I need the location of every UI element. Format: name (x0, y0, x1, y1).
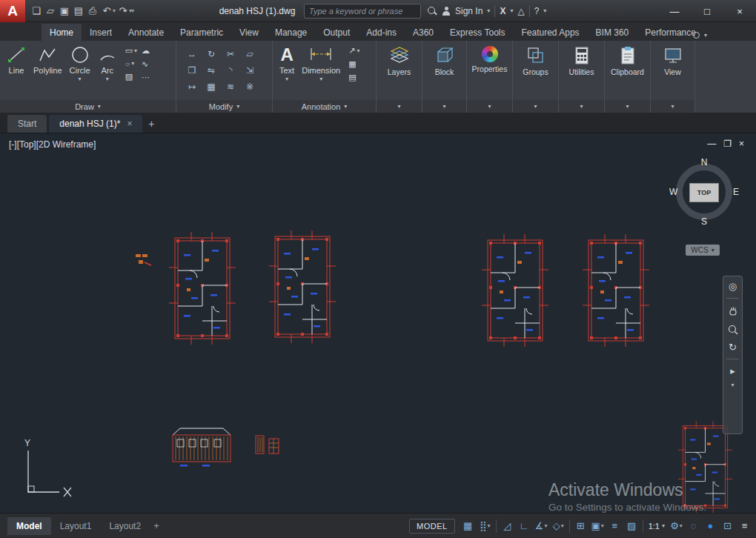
explode-button[interactable]: ※ (240, 79, 259, 95)
stretch-button[interactable]: ↦ (182, 79, 202, 95)
annotation-panel-title[interactable]: Annotation ▾ (273, 100, 376, 113)
settings-gear-button[interactable]: ⚙▾ (669, 517, 684, 535)
hatch-button[interactable]: ▨ (125, 72, 137, 82)
trim-button[interactable]: ✂ (221, 46, 240, 62)
redo-button[interactable]: ↷ (116, 3, 130, 19)
sign-in-button[interactable]: Sign In (455, 6, 483, 16)
arc-button[interactable]: Arc ▾ (94, 44, 121, 83)
leader-button[interactable]: ↗▾ (348, 46, 359, 56)
minimize-button[interactable]: — (658, 0, 691, 22)
groups-panel-expand[interactable]: ▾ (513, 100, 558, 113)
viewport-restore-icon[interactable]: ❐ (723, 139, 732, 149)
zoom-icon[interactable] (727, 324, 739, 336)
drawing-canvas[interactable]: Y [-][Top][2D Wireframe] — ❐ × N W E S T… (0, 133, 756, 513)
snap-toggle[interactable]: ⣿▾ (477, 517, 493, 535)
tab-express-tools[interactable]: Express Tools (442, 24, 513, 41)
autotrack-toggle[interactable]: ⊞ (573, 517, 588, 535)
undo-dropdown-icon[interactable]: ▾ (113, 7, 116, 14)
tab-manage[interactable]: Manage (267, 24, 315, 41)
tab-home[interactable]: Home (42, 24, 82, 41)
tab-output[interactable]: Output (315, 24, 358, 41)
full-navigation-wheel-icon[interactable]: ◎ (729, 282, 737, 291)
new-file-button[interactable]: ❏ (30, 3, 43, 19)
layers-button[interactable]: Layers (379, 44, 419, 76)
isolate-objects-button[interactable]: ◌ (686, 517, 701, 535)
file-tab-drawing[interactable]: denah HSJ (1)* × (49, 115, 142, 133)
rectangle-button[interactable]: ▭▾ (125, 46, 137, 56)
qat-customize-dropdown-icon[interactable]: ▾ (131, 7, 134, 14)
alert-icon[interactable]: △ (517, 6, 524, 16)
mirror-button[interactable]: ⇋ (202, 62, 221, 79)
arc-dropdown-icon[interactable]: ▾ (106, 76, 109, 82)
table-button[interactable]: ▦ (348, 59, 359, 69)
circle-button[interactable]: Circle ▾ (66, 44, 94, 83)
groups-button[interactable]: Groups (516, 44, 555, 76)
utilities-panel-expand[interactable]: ▾ (559, 100, 604, 113)
model-space-toggle[interactable]: MODEL (409, 519, 455, 534)
undo-button[interactable]: ↶ (100, 3, 113, 19)
viewport-minimize-icon[interactable]: — (707, 139, 716, 149)
model-tab[interactable]: Model (7, 517, 51, 535)
polar-tracking-toggle[interactable]: ∡▾ (534, 517, 549, 535)
tab-bim360[interactable]: BIM 360 (588, 24, 637, 41)
text-dropdown-icon[interactable]: ▾ (285, 76, 288, 82)
clipboard-button[interactable]: Clipboard (608, 44, 647, 76)
tab-view[interactable]: View (231, 24, 267, 41)
open-file-button[interactable]: ▱ (44, 3, 57, 19)
revision-cloud-button[interactable]: ☁ (142, 46, 150, 56)
tab-insert[interactable]: Insert (82, 24, 120, 41)
graphics-performance-button[interactable]: ● (703, 517, 718, 535)
wcs-menu-button[interactable]: WCS ▾ (686, 245, 720, 256)
tab-featured-apps[interactable]: Featured Apps (514, 24, 588, 41)
layout2-tab[interactable]: Layout2 (100, 517, 150, 535)
view-button[interactable]: View (654, 44, 692, 76)
viewcube-east[interactable]: E (733, 187, 739, 197)
plot-button[interactable]: ⎙ (86, 3, 99, 19)
customization-menu-button[interactable]: ≡ (737, 517, 752, 535)
block-button[interactable]: Block (425, 44, 463, 76)
spline-button[interactable]: ∿ (142, 59, 150, 69)
transparency-toggle[interactable]: ▨ (624, 517, 640, 535)
line-button[interactable]: Line (3, 44, 30, 76)
tab-addins[interactable]: Add-ins (358, 24, 405, 41)
help-dropdown-icon[interactable]: ▾ (543, 8, 546, 14)
new-drawing-tab-button[interactable]: + (145, 117, 158, 130)
dimension-dropdown-icon[interactable]: ▾ (319, 76, 322, 82)
properties-panel-expand[interactable]: ▾ (467, 100, 512, 113)
exchange-dropdown-icon[interactable]: ▾ (510, 8, 513, 14)
dimension-button[interactable]: Dimension ▾ (298, 44, 344, 83)
clean-screen-button[interactable]: ⊡ (720, 517, 735, 535)
point-button[interactable]: ⋯ (142, 73, 150, 82)
search-icon[interactable] (427, 6, 437, 16)
exchange-apps-icon[interactable]: X (500, 6, 505, 16)
view-panel-expand[interactable]: ▾ (651, 100, 694, 113)
text-style-button[interactable]: ▤ (348, 73, 359, 82)
block-panel-expand[interactable]: ▾ (422, 100, 466, 113)
orbit-icon[interactable]: ↻ (729, 342, 737, 352)
layout1-tab[interactable]: Layout1 (51, 517, 101, 535)
close-button[interactable]: × (723, 0, 756, 22)
file-tab-start[interactable]: Start (7, 115, 47, 133)
erase-button[interactable]: ▱ (240, 46, 259, 62)
new-layout-button[interactable]: + (150, 520, 163, 531)
utilities-button[interactable]: Utilities (562, 44, 601, 76)
tab-annotate[interactable]: Annotate (120, 24, 172, 41)
isometric-drafting-toggle[interactable]: ◇▾ (551, 517, 566, 535)
help-button[interactable]: ? (534, 6, 540, 16)
text-button[interactable]: A Text ▾ (276, 44, 298, 83)
viewport-close-icon[interactable]: × (739, 139, 744, 149)
fillet-button[interactable]: ◝ (221, 62, 240, 79)
properties-button[interactable]: Properties (470, 44, 509, 73)
save-button[interactable]: ▣ (58, 3, 71, 19)
infer-constraints-toggle[interactable]: ◿ (500, 517, 515, 535)
draw-panel-title[interactable]: Draw ▾ (0, 100, 176, 113)
viewcube-north[interactable]: N (669, 157, 739, 167)
polyline-button[interactable]: Polyline (30, 44, 66, 76)
navbar-dropdown-icon[interactable]: ▾ (731, 382, 734, 388)
viewcube-top-face[interactable]: TOP (689, 183, 719, 202)
ellipse-button[interactable]: ○▾ (125, 59, 137, 68)
grid-toggle[interactable]: ▦ (460, 517, 476, 535)
drawing-tab-close-icon[interactable]: × (127, 119, 132, 129)
object-snap-toggle[interactable]: ▣▾ (590, 517, 606, 535)
circle-dropdown-icon[interactable]: ▾ (79, 76, 82, 82)
